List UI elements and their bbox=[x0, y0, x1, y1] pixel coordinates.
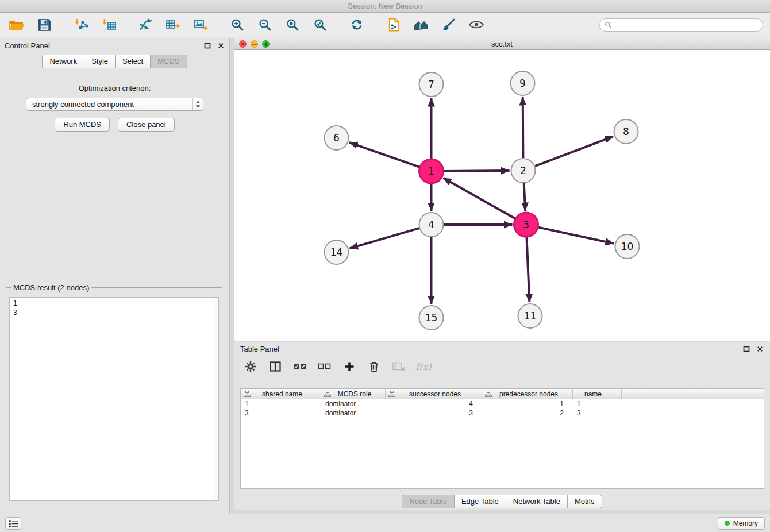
tab-node-table[interactable]: Node Table bbox=[402, 495, 455, 508]
tab-style[interactable]: Style bbox=[84, 55, 116, 68]
export-image-button[interactable] bbox=[191, 16, 210, 34]
tab-motifs[interactable]: Motifs bbox=[567, 495, 602, 508]
zoom-in-icon bbox=[230, 18, 244, 32]
tab-select[interactable]: Select bbox=[115, 55, 151, 68]
mcds-result-area[interactable]: 13 bbox=[9, 297, 219, 501]
network-from-table-button[interactable] bbox=[163, 16, 183, 34]
table-cell: 3 bbox=[386, 408, 482, 418]
column-header-mcds-role[interactable]: MCDS role bbox=[321, 389, 386, 399]
column-header-successor-nodes[interactable]: successor nodes bbox=[386, 389, 482, 399]
zoom-selected-button[interactable] bbox=[310, 16, 330, 34]
unselect-all-columns-button[interactable] bbox=[316, 358, 333, 375]
close-control-panel-button[interactable] bbox=[217, 41, 225, 49]
optimization-criterion-dropdown[interactable]: strongly connected component bbox=[26, 98, 203, 111]
list-icon bbox=[9, 519, 18, 527]
show-graphics-button[interactable] bbox=[467, 16, 486, 34]
graph-node-7[interactable]: 7 bbox=[419, 72, 444, 97]
close-window-button[interactable] bbox=[239, 40, 247, 48]
column-header-shared-name[interactable]: shared name bbox=[241, 389, 321, 399]
svg-text:1: 1 bbox=[428, 165, 434, 177]
select-all-columns-button[interactable] bbox=[291, 358, 309, 375]
graph-node-3[interactable]: 3 bbox=[514, 213, 538, 237]
import-network-file-button[interactable] bbox=[384, 16, 403, 34]
open-session-button[interactable] bbox=[7, 16, 26, 34]
tab-network-table[interactable]: Network Table bbox=[506, 495, 568, 508]
graph-edge-2-8[interactable] bbox=[535, 137, 613, 167]
result-scrollbar[interactable] bbox=[213, 298, 218, 500]
svg-text:11: 11 bbox=[524, 310, 537, 322]
graph-edge-3-1[interactable] bbox=[443, 178, 515, 218]
search-field[interactable] bbox=[599, 18, 763, 32]
graph-node-2[interactable]: 2 bbox=[511, 159, 536, 183]
refresh-icon bbox=[350, 18, 364, 32]
svg-text:3: 3 bbox=[523, 219, 529, 230]
zoom-out-button[interactable] bbox=[255, 16, 275, 34]
graph-edge-1-2[interactable] bbox=[444, 171, 510, 171]
tab-edge-table[interactable]: Edge Table bbox=[454, 495, 506, 508]
table-options-button[interactable] bbox=[242, 358, 259, 375]
show-panels-button[interactable] bbox=[5, 517, 21, 530]
mcds-panel: Optimization criterion: strongly connect… bbox=[0, 84, 229, 132]
graph-node-14[interactable]: 14 bbox=[325, 240, 349, 264]
minimize-window-button[interactable] bbox=[251, 40, 258, 48]
table-cell: 2 bbox=[482, 408, 573, 418]
zoom-in-button[interactable] bbox=[228, 16, 247, 34]
graph-node-6[interactable]: 6 bbox=[325, 126, 349, 150]
main-toolbar bbox=[0, 13, 770, 37]
tab-network[interactable]: Network bbox=[42, 55, 84, 68]
graph-edge-2-3[interactable] bbox=[524, 183, 526, 211]
table-row[interactable]: 1dominator411 bbox=[241, 399, 764, 408]
graph-edge-4-14[interactable] bbox=[350, 228, 419, 248]
graph-node-8[interactable]: 8 bbox=[614, 119, 638, 144]
image-export-icon bbox=[193, 18, 209, 32]
control-panel: Control Panel Network Style Select MCDS bbox=[0, 38, 230, 514]
show-columns-button[interactable] bbox=[267, 358, 284, 375]
zoom-out-icon bbox=[258, 18, 272, 32]
table-row[interactable]: 3dominator323 bbox=[241, 408, 764, 418]
delete-column-button[interactable] bbox=[365, 358, 383, 375]
svg-text:4: 4 bbox=[428, 219, 434, 230]
graph-node-15[interactable]: 15 bbox=[419, 306, 444, 330]
clone-network-button[interactable] bbox=[136, 16, 155, 34]
graph-node-4[interactable]: 4 bbox=[419, 213, 444, 237]
graph-node-9[interactable]: 9 bbox=[511, 71, 535, 95]
trash-icon bbox=[369, 361, 379, 372]
table-cell: 3 bbox=[241, 408, 321, 418]
home-button[interactable] bbox=[411, 16, 431, 34]
delete-table-button[interactable] bbox=[390, 358, 407, 375]
import-table-button[interactable] bbox=[99, 16, 118, 34]
graph-edge-3-10[interactable] bbox=[538, 228, 614, 244]
network-graph[interactable]: 7968124314101511 bbox=[234, 51, 770, 341]
zoom-window-button[interactable] bbox=[262, 40, 270, 48]
mcds-result-title: MCDS result (2 nodes) bbox=[11, 283, 91, 292]
float-panel-button[interactable] bbox=[203, 41, 211, 49]
import-network-button[interactable] bbox=[71, 16, 91, 34]
run-mcds-button[interactable]: Run MCDS bbox=[55, 118, 110, 132]
graph-edge-3-11[interactable] bbox=[527, 237, 530, 302]
zoom-fit-button[interactable] bbox=[283, 16, 302, 34]
create-column-button[interactable] bbox=[341, 358, 358, 375]
memory-button[interactable]: Memory bbox=[718, 517, 765, 530]
close-icon bbox=[241, 42, 245, 46]
apply-layout-button[interactable] bbox=[347, 16, 367, 34]
graph-node-1[interactable]: 1 bbox=[419, 159, 444, 183]
graph-node-10[interactable]: 10 bbox=[615, 234, 640, 259]
close-mcds-panel-button[interactable]: Close panel bbox=[118, 118, 175, 132]
graph-node-11[interactable]: 11 bbox=[518, 304, 542, 328]
vertical-splitter[interactable] bbox=[230, 38, 234, 514]
function-builder-button[interactable]: f(x) bbox=[415, 358, 432, 375]
column-header-predecessor-nodes[interactable]: predecessor nodes bbox=[482, 389, 573, 399]
network-view-titlebar: scc.txt bbox=[234, 38, 770, 50]
search-input[interactable] bbox=[614, 21, 758, 29]
graph-edge-1-6[interactable] bbox=[349, 142, 419, 167]
style-brush-button[interactable] bbox=[439, 16, 459, 34]
float-table-panel-button[interactable] bbox=[742, 345, 750, 353]
tab-mcds[interactable]: MCDS bbox=[150, 55, 187, 68]
save-session-button[interactable] bbox=[34, 16, 54, 34]
columns-icon bbox=[270, 361, 281, 372]
network-canvas[interactable]: 7968124314101511 bbox=[234, 51, 770, 341]
float-window-icon bbox=[204, 43, 211, 49]
close-table-panel-button[interactable] bbox=[756, 345, 764, 353]
graph-edge-2-9[interactable] bbox=[523, 97, 523, 158]
column-header-name[interactable]: name bbox=[573, 389, 622, 399]
